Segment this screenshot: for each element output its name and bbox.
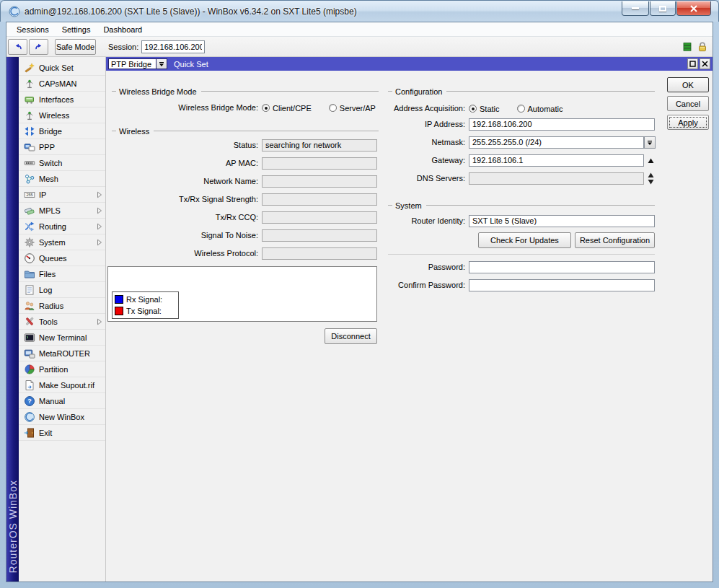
wireless-group-title: Wireless	[119, 127, 149, 136]
sidebar-item-files[interactable]: Files	[19, 266, 105, 282]
dns-expand-arrows[interactable]	[646, 172, 655, 185]
sidebar-item-routing[interactable]: Routing	[19, 219, 105, 234]
down-arrow-icon	[648, 179, 654, 185]
maximize-button[interactable]	[650, 1, 676, 16]
netmask-dropdown-button[interactable]	[644, 136, 656, 149]
dropdown-icon	[159, 61, 164, 67]
sidebar-item-bridge[interactable]: Bridge	[19, 123, 105, 139]
sidebar-item-tools[interactable]: Tools	[19, 314, 105, 330]
legend-item-rx-signal: Rx Signal:	[115, 294, 176, 305]
interface-icon	[24, 94, 35, 105]
wireless-bridge-mode-radio-client-cpe[interactable]: Client/CPE	[262, 104, 312, 113]
sidebar-item-exit[interactable]: Exit	[19, 425, 105, 441]
up-arrow-icon	[648, 172, 654, 178]
disconnect-button[interactable]: Disconnect	[325, 328, 377, 344]
sidebar-item-partition[interactable]: Partition	[19, 361, 105, 377]
safe-mode-button[interactable]: Safe Mode	[55, 39, 96, 55]
legend-label: Tx Signal:	[126, 307, 162, 315]
panel-content: Wireless Bridge Mode Wireless Bridge Mod…	[106, 71, 713, 582]
router-identity-field[interactable]: SXT Lite 5 (Slave)	[469, 215, 655, 227]
bridge-icon	[24, 126, 35, 137]
address-acquisition-radios: StaticAutomatic	[469, 102, 580, 115]
sidebar-item-new-terminal[interactable]: New Terminal	[19, 330, 105, 346]
tx-rx-signal-strength-field[interactable]	[262, 193, 377, 206]
sidebar-item-mpls[interactable]: MPLS	[19, 203, 105, 219]
password-field[interactable]	[469, 261, 655, 273]
sidebar-item-interfaces[interactable]: Interfaces	[19, 92, 105, 107]
submenu-arrow-icon	[97, 207, 102, 214]
close-panel-button[interactable]	[700, 58, 710, 69]
sidebar-item-metarouter[interactable]: MetaROUTER	[19, 346, 105, 361]
undo-button[interactable]	[8, 39, 27, 55]
cancel-button[interactable]: Cancel	[667, 96, 709, 111]
wireless-protocol-label: Wireless Protocol:	[106, 247, 258, 260]
sidebar-item-label: MPLS	[39, 206, 61, 215]
ok-button[interactable]: OK	[667, 77, 709, 92]
sidebar-item-label: Files	[39, 270, 56, 278]
legend-swatch	[115, 307, 123, 315]
confirm-password-field[interactable]	[469, 279, 655, 291]
sidebar-item-wireless[interactable]: Wireless	[19, 107, 105, 123]
supout-icon	[24, 379, 35, 391]
sidebar-item-label: Exit	[39, 429, 52, 437]
sidebar-item-label: IP	[39, 190, 46, 199]
manual-icon: ?	[24, 395, 35, 407]
sidebar-item-log[interactable]: Log	[19, 282, 105, 298]
sidebar-item-make-supout-rif[interactable]: Make Supout.rif	[19, 377, 105, 393]
connection-quality-icon	[681, 41, 693, 53]
sidebar-item-manual[interactable]: ?Manual	[19, 393, 105, 409]
restore-panel-button[interactable]	[687, 58, 698, 69]
mode-selector-dropdown-button[interactable]	[156, 58, 167, 69]
menu-item-sessions[interactable]: Sessions	[10, 22, 56, 37]
legend-swatch	[115, 295, 123, 304]
signal-to-noise-field[interactable]	[262, 229, 377, 242]
mode-selector[interactable]: PTP Bridge	[108, 58, 156, 69]
brand-vertical-text: RouterOS WinBox	[7, 480, 19, 573]
wireless-bridge-mode-label: Wireless Bridge Mode:	[106, 102, 258, 114]
reset-configuration-button[interactable]: Reset Configuration	[575, 232, 655, 248]
system-separator	[388, 254, 655, 255]
sidebar-item-quick-set[interactable]: Quick Set	[19, 60, 105, 76]
menu-item-settings[interactable]: Settings	[56, 22, 97, 37]
sidebar-item-switch[interactable]: Switch	[19, 155, 105, 171]
sidebar-item-capsman[interactable]: CAPsMAN	[19, 76, 105, 92]
apply-button[interactable]: Apply	[667, 115, 709, 130]
sidebar-item-mesh[interactable]: Mesh	[19, 171, 105, 187]
sidebar-item-queues[interactable]: Queues	[19, 250, 105, 266]
sidebar-item-new-winbox[interactable]: New WinBox	[19, 409, 105, 425]
menu-item-dashboard[interactable]: Dashboard	[97, 22, 149, 37]
exit-icon	[24, 427, 35, 439]
close-icon	[702, 61, 708, 67]
sidebar-item-label: MetaROUTER	[39, 349, 90, 358]
wireless-protocol-field[interactable]	[262, 247, 377, 260]
window-title: admin@192.168.106.200 (SXT Lite 5 (Slave…	[25, 6, 357, 17]
sidebar-item-label: Log	[39, 286, 52, 294]
signal-graph: Rx Signal:Tx Signal:	[107, 266, 377, 322]
close-button[interactable]	[676, 1, 711, 16]
gateway-label: Gateway:	[344, 154, 465, 167]
sidebar-item-label: Partition	[39, 365, 68, 374]
sidebar-item-label: Routing	[39, 222, 66, 231]
minimize-button[interactable]	[622, 1, 649, 16]
dns-servers-field[interactable]	[469, 172, 644, 185]
sidebar-item-radius[interactable]: Radius	[19, 298, 105, 314]
sidebar-item-ip[interactable]: 255IP	[19, 187, 105, 203]
gateway-field[interactable]: 192.168.106.1	[469, 154, 644, 167]
sidebar-item-system[interactable]: System	[19, 234, 105, 250]
redo-button[interactable]	[29, 39, 48, 55]
confirm-password-label: Confirm Password:	[344, 279, 465, 291]
address-acquisition-radio-automatic[interactable]: Automatic	[517, 105, 563, 113]
address-acquisition-radio-static[interactable]: Static	[469, 105, 500, 113]
sidebar-item-label: Bridge	[39, 127, 62, 136]
sidebar-item-label: New WinBox	[39, 413, 84, 421]
gateway-up-arrow[interactable]	[646, 154, 655, 167]
ip-address-field[interactable]: 192.168.106.200	[469, 118, 655, 131]
submenu-arrow-icon	[97, 191, 102, 198]
sidebar-item-ppp[interactable]: PPP	[19, 139, 105, 155]
session-input[interactable]	[141, 40, 205, 53]
check-for-updates-button[interactable]: Check For Updates	[478, 232, 571, 248]
sidebar-item-label: Queues	[39, 254, 67, 263]
sidebar-item-label: Switch	[39, 159, 62, 167]
netmask-field[interactable]: 255.255.255.0 (/24)	[469, 136, 644, 149]
terminal-icon	[24, 332, 35, 343]
